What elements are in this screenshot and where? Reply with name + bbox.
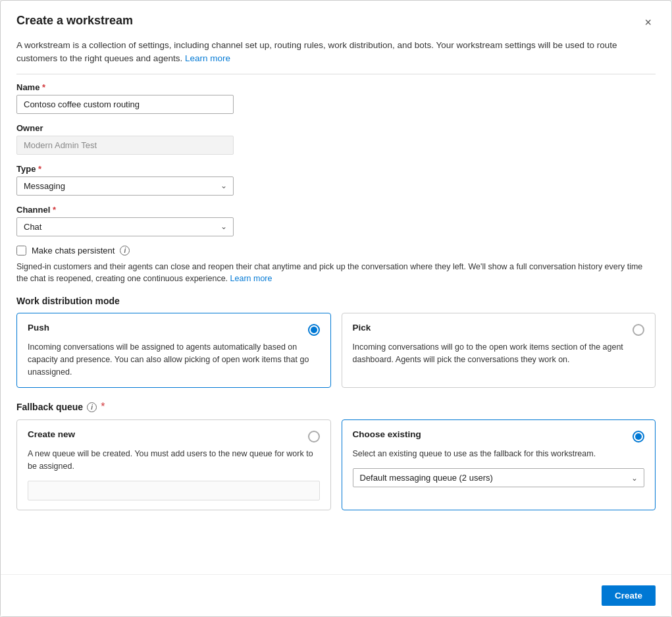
type-label: Type * <box>16 164 656 174</box>
channel-select[interactable]: Chat Email SMS Facebook WhatsApp <box>16 217 234 236</box>
choose-existing-radio[interactable] <box>633 431 644 443</box>
persistent-helper-text: Signed-in customers and their agents can… <box>16 261 656 286</box>
owner-field-group: Owner Modern Admin Test <box>16 123 656 155</box>
persistent-checkbox[interactable] <box>16 246 26 255</box>
fallback-queue-title: Fallback queue <box>16 402 83 412</box>
type-field-group: Type * Messaging Voice Digital ⌄ <box>16 164 656 196</box>
create-new-radio[interactable] <box>308 431 320 443</box>
divider-1 <box>16 74 656 74</box>
owner-input: Modern Admin Test <box>16 136 234 155</box>
type-select[interactable]: Messaging Voice Digital <box>16 176 234 196</box>
close-button[interactable]: × <box>640 14 656 31</box>
choose-existing-card-header: Choose existing <box>353 429 645 443</box>
persistent-checkbox-row: Make chats persistent i <box>16 246 656 255</box>
dialog-description: A workstream is a collection of settings… <box>16 39 656 66</box>
name-input[interactable] <box>16 95 234 114</box>
channel-select-wrapper: Chat Email SMS Facebook WhatsApp ⌄ <box>16 217 234 236</box>
learn-more-link-2[interactable]: Learn more <box>230 274 272 283</box>
learn-more-link-1[interactable]: Learn more <box>185 53 230 63</box>
pick-card-title: Pick <box>353 323 371 333</box>
pick-card[interactable]: Pick Incoming conversations will go to t… <box>342 313 656 388</box>
channel-label: Channel * <box>16 205 656 215</box>
name-label: Name * <box>16 82 656 92</box>
choose-existing-desc: Select an existing queue to use as the f… <box>353 448 645 460</box>
owner-label: Owner <box>16 123 656 133</box>
fallback-label-row: Fallback queue i * <box>16 401 656 413</box>
push-radio[interactable] <box>308 324 320 336</box>
fallback-info-icon: i <box>87 402 97 412</box>
push-card-desc: Incoming conversations will be assigned … <box>28 341 320 378</box>
create-new-title: Create new <box>28 429 75 439</box>
persistent-checkbox-label: Make chats persistent <box>32 246 115 255</box>
fallback-cards: Create new A new queue will be created. … <box>16 419 656 510</box>
create-new-card-header: Create new <box>28 429 320 443</box>
type-select-wrapper: Messaging Voice Digital ⌄ <box>16 176 234 196</box>
dialog-title: Create a workstream <box>16 14 133 28</box>
create-new-card[interactable]: Create new A new queue will be created. … <box>16 419 331 510</box>
create-button[interactable]: Create <box>602 585 656 606</box>
channel-field-group: Channel * Chat Email SMS Facebook WhatsA… <box>16 205 656 236</box>
choose-existing-card[interactable]: Choose existing Select an existing queue… <box>342 419 656 510</box>
create-new-desc: A new queue will be created. You must ad… <box>28 448 320 473</box>
pick-card-header: Pick <box>353 323 645 336</box>
work-distribution-cards: Push Incoming conversations will be assi… <box>16 313 656 388</box>
queue-select-wrapper: Default messaging queue (2 users) Queue … <box>353 468 645 487</box>
pick-radio[interactable] <box>633 324 644 336</box>
queue-select[interactable]: Default messaging queue (2 users) Queue … <box>353 468 645 487</box>
push-card[interactable]: Push Incoming conversations will be assi… <box>16 313 331 388</box>
work-distribution-title: Work distribution mode <box>16 296 656 306</box>
dialog-header: Create a workstream × <box>16 14 656 31</box>
push-card-title: Push <box>28 323 49 333</box>
create-new-empty-input <box>28 481 320 500</box>
name-field-group: Name * <box>16 82 656 114</box>
persistent-info-icon: i <box>120 246 130 255</box>
dialog-footer: Create <box>1 574 671 616</box>
choose-existing-title: Choose existing <box>353 429 421 439</box>
create-workstream-dialog: Create a workstream × A workstream is a … <box>0 0 672 617</box>
pick-card-desc: Incoming conversations will go to the op… <box>353 341 645 366</box>
push-card-header: Push <box>28 323 320 336</box>
